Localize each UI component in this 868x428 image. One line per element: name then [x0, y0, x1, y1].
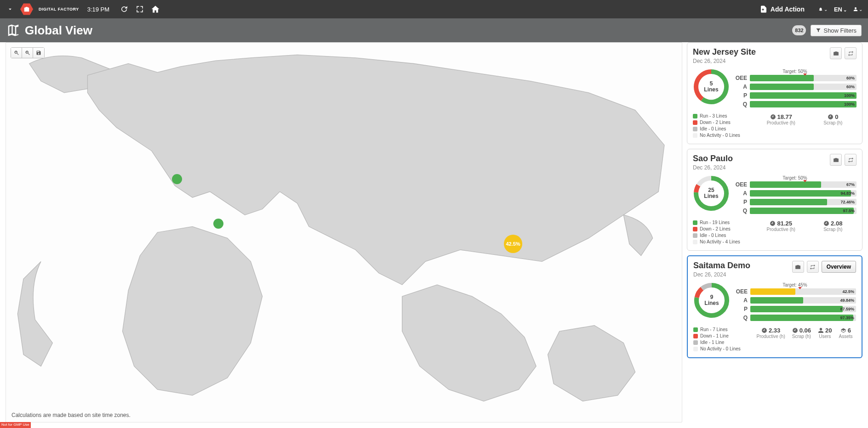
target-label: Target: 50% [733, 175, 857, 180]
clock-time: 3:19 PM [87, 6, 109, 13]
site-date: Dec 26, 2024 [693, 271, 750, 278]
map-marker-m2[interactable] [213, 219, 223, 229]
stat-scrap-h-: 2.08Scrap (h) [823, 220, 842, 246]
swap-button[interactable] [807, 261, 819, 273]
legend-item: Run - 19 Lines [693, 220, 748, 225]
bar-P: P72.46% [733, 199, 857, 205]
site-name: Sao Paulo [693, 154, 733, 163]
bell-icon[interactable]: ⌄ [818, 5, 828, 14]
legend-item: Down - 2 Lines [693, 226, 748, 231]
legend-item: Idle - 1 Line [693, 340, 748, 345]
bar-A: A94.83% [733, 190, 857, 197]
stat-scrap-h-: 0.06Scrap (h) [792, 327, 811, 353]
stat-scrap-h-: 0Scrap (h) [823, 113, 842, 139]
stat-productive-h-: 2.33Productive (h) [756, 327, 785, 353]
chevron-down-icon: ⌄ [824, 7, 828, 12]
page-title-bar: Global View 832 Show Filters [0, 18, 868, 42]
gmp-badge: Not for GMP Use [0, 422, 31, 428]
legend-item: Idle - 0 Lines [693, 233, 748, 238]
world-map[interactable]: 42.5% Calculations are made based on sit… [6, 42, 682, 422]
bar-Q: Q97.35% [734, 315, 856, 321]
site-date: Dec 26, 2024 [693, 164, 733, 171]
site-card-nj[interactable]: New Jersey SiteDec 26, 20245 LinesTarget… [687, 42, 862, 144]
bar-OEE: OEE60% [733, 75, 857, 81]
language-selector[interactable]: EN⌄ [834, 6, 847, 13]
swap-button[interactable] [845, 47, 857, 59]
site-date: Dec 26, 2024 [693, 58, 756, 64]
record-count-badge: 832 [792, 25, 806, 35]
overview-button[interactable]: Overview [822, 261, 856, 273]
map-footnote: Calculations are made based on site time… [11, 412, 131, 418]
stat-users: 20Users [818, 327, 832, 353]
map-icon [6, 23, 20, 37]
site-card-sd[interactable]: Saitama DemoDec 26, 2024Overview9 LinesT… [687, 255, 862, 358]
legend-item: Down - 2 Lines [693, 120, 748, 125]
legend-item: No Activity - 0 Lines [693, 133, 748, 138]
fullscreen-icon[interactable] [135, 5, 144, 14]
legend-item: No Activity - 4 Lines [693, 239, 748, 244]
filter-icon [816, 28, 821, 33]
map-marker-m3[interactable]: 42.5% [504, 235, 522, 253]
camera-button[interactable] [830, 154, 842, 166]
bar-A: A60% [733, 84, 857, 90]
legend-item: No Activity - 0 Lines [693, 346, 748, 351]
topbar: DIGITAL FACTORY 3:19 PM Add Action ⌄ EN⌄… [0, 0, 868, 18]
stat-assets: 6Assets [839, 327, 852, 353]
site-card-sp[interactable]: Sao PauloDec 26, 202425LinesTarget: 50%O… [687, 149, 862, 251]
bar-P: P87.59% [734, 306, 856, 312]
swap-button[interactable] [845, 154, 857, 166]
add-action-button[interactable]: Add Action [760, 5, 805, 13]
bar-Q: Q97.5% [733, 208, 857, 214]
legend-item: Idle - 0 Lines [693, 126, 748, 131]
donut-chart: 9 Lines [694, 282, 730, 318]
bar-A: A49.84% [734, 297, 856, 304]
user-icon[interactable]: ⌄ [853, 5, 862, 14]
stat-productive-h-: 81.25Productive (h) [767, 220, 795, 246]
bar-Q: Q100% [733, 101, 857, 107]
map-marker-m1[interactable] [172, 174, 182, 184]
target-label: Target: 45% [734, 282, 856, 287]
camera-button[interactable] [830, 47, 842, 59]
target-label: Target: 50% [733, 69, 857, 74]
donut-chart: 5 Lines [693, 69, 729, 105]
site-name: New Jersey Site [693, 47, 756, 57]
home-icon[interactable] [151, 5, 160, 14]
bar-OEE: OEE42.5% [734, 288, 856, 295]
brand-text: DIGITAL FACTORY [39, 7, 79, 11]
refresh-icon[interactable] [120, 5, 129, 14]
site-cards-panel: New Jersey SiteDec 26, 20245 LinesTarget… [687, 42, 862, 422]
page-title: Global View [25, 23, 92, 38]
donut-chart: 25Lines [693, 175, 729, 211]
site-name: Saitama Demo [693, 261, 750, 270]
map-save-button[interactable] [33, 48, 44, 58]
bar-P: P100% [733, 92, 857, 99]
show-filters-button[interactable]: Show Filters [811, 25, 862, 36]
zoom-in-button[interactable] [11, 48, 22, 58]
zoom-out-button[interactable] [22, 48, 33, 58]
legend-item: Down - 1 Line [693, 333, 748, 338]
bar-OEE: OEE67% [733, 181, 857, 188]
map-zoom-controls [11, 47, 45, 58]
legend-item: Run - 7 Lines [693, 327, 748, 332]
legend-item: Run - 3 Lines [693, 113, 748, 118]
stat-productive-h-: 18.77Productive (h) [767, 113, 795, 139]
map-svg [6, 43, 682, 422]
menu-chevron-icon[interactable] [6, 5, 15, 14]
camera-button[interactable] [792, 261, 804, 273]
app-logo [20, 3, 33, 16]
